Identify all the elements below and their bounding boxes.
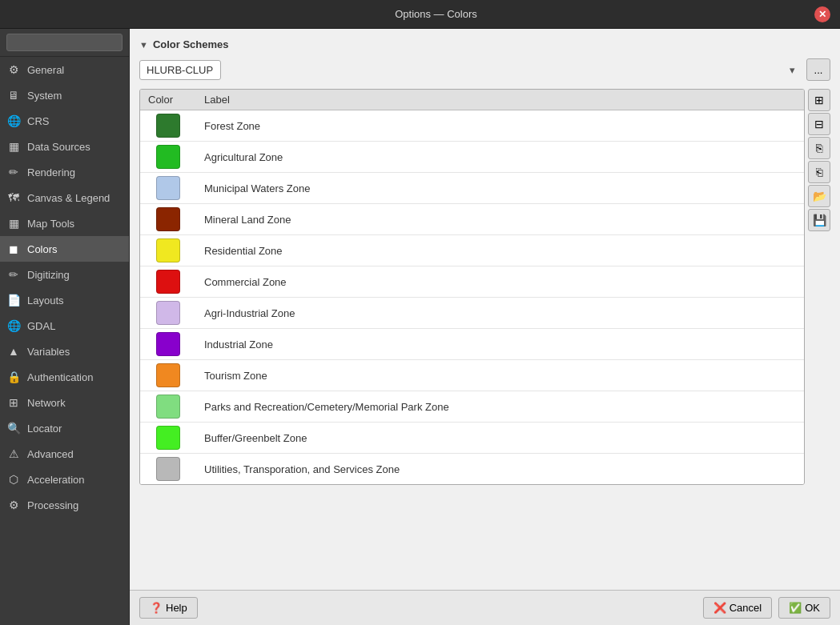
sidebar-item-acceleration[interactable]: ⬡Acceleration [0,467,129,492]
table-row[interactable]: Forest Zone [140,110,804,142]
colors-icon: ◼ [6,242,21,256]
sidebar-item-data-sources[interactable]: ▦Data Sources [0,134,129,159]
label-cell: Residential Zone [196,240,804,262]
sidebar-item-advanced[interactable]: ⚠Advanced [0,441,129,467]
sidebar-item-general[interactable]: ⚙General [0,57,129,82]
sidebar-item-digitizing[interactable]: ✏Digitizing [0,262,129,287]
color-table: Color Label Forest ZoneAgricultural Zone… [139,89,805,485]
canvas-legend-icon: 🗺 [6,190,21,205]
title-bar: Options — Colors ✕ [0,0,840,29]
sidebar-item-map-tools[interactable]: ▦Map Tools [0,210,129,236]
scheme-row: HLURB-CLUP ... [139,58,830,81]
data-sources-icon: ▦ [6,139,21,154]
map-tools-icon: ▦ [6,216,21,230]
crs-icon: 🌐 [6,114,21,128]
color-swatch[interactable] [156,114,180,138]
rendering-icon: ✏ [6,165,21,179]
close-button[interactable]: ✕ [814,6,830,22]
color-swatch[interactable] [156,270,180,294]
save-button[interactable]: 💾 [808,209,830,231]
cancel-icon: ❌ [713,602,726,614]
paste-button[interactable]: ⎗ [808,161,830,183]
table-row[interactable]: Residential Zone [140,235,804,266]
sidebar-item-processing[interactable]: ⚙Processing [0,492,129,518]
variables-icon: ▲ [6,344,21,359]
help-button[interactable]: ❓ Help [139,597,198,619]
dialog: Options — Colors ✕ ⚙General🖥System🌐CRS▦D… [0,0,840,625]
open-file-button[interactable]: 📂 [808,185,830,207]
col-header-color: Color [140,90,196,110]
ok-button[interactable]: ✅ OK [778,597,830,619]
color-cell [140,360,196,391]
color-swatch[interactable] [156,363,180,387]
label-cell: Forest Zone [196,115,804,137]
sidebar-item-network[interactable]: ⊞Network [0,390,129,415]
sidebar-item-rendering[interactable]: ✏Rendering [0,159,129,185]
sidebar-item-colors[interactable]: ◼Colors [0,236,129,262]
color-swatch[interactable] [156,238,180,262]
sidebar-item-label-general: General [27,64,64,76]
network-icon: ⊞ [6,395,21,410]
color-swatch[interactable] [156,457,180,481]
color-swatch[interactable] [156,301,180,325]
sidebar-item-crs[interactable]: 🌐CRS [0,108,129,134]
table-row[interactable]: Buffer/Greenbelt Zone [140,423,804,454]
add-row-button[interactable]: ⊞ [808,89,830,111]
sidebar-item-system[interactable]: 🖥System [0,82,129,108]
table-row[interactable]: Municipal Waters Zone [140,173,804,204]
label-cell: Agri-Industrial Zone [196,302,804,324]
sidebar-item-label-processing: Processing [27,499,78,511]
table-row[interactable]: Utilities, Transporation, and Services Z… [140,454,804,484]
label-cell: Agricultural Zone [196,146,804,168]
cancel-button[interactable]: ❌ Cancel [703,597,772,619]
search-input[interactable] [6,34,123,51]
scheme-more-button[interactable]: ... [806,58,830,81]
help-icon: ❓ [150,602,163,614]
color-swatch[interactable] [156,176,180,200]
general-icon: ⚙ [6,62,21,77]
sidebar-item-label-advanced: Advanced [27,448,74,460]
color-swatch[interactable] [156,207,180,231]
label-cell: Municipal Waters Zone [196,178,804,199]
action-buttons: ⊞ ⊟ ⎘ ⎗ 📂 💾 [808,89,830,485]
remove-row-button[interactable]: ⊟ [808,113,830,135]
color-cell [140,329,196,359]
sidebar-item-label-authentication: Authentication [27,371,93,383]
sidebar-item-variables[interactable]: ▲Variables [0,339,129,364]
color-swatch[interactable] [156,426,180,450]
table-row[interactable]: Parks and Recreation/Cemetery/Memorial P… [140,391,804,423]
table-row[interactable]: Agri-Industrial Zone [140,298,804,329]
sidebar-item-label-variables: Variables [27,346,70,358]
sidebar-items-container: ⚙General🖥System🌐CRS▦Data Sources✏Renderi… [0,57,129,518]
advanced-icon: ⚠ [6,447,21,461]
layouts-icon: 📄 [6,293,21,307]
scheme-select[interactable]: HLURB-CLUP [139,60,221,80]
color-swatch[interactable] [156,395,180,419]
content-inner: ▼ Color Schemes HLURB-CLUP ... [130,29,840,590]
sidebar-item-gdal[interactable]: 🌐GDAL [0,313,129,339]
scheme-select-wrapper: HLURB-CLUP [139,60,802,80]
table-row[interactable]: Commercial Zone [140,266,804,298]
sidebar-item-label-acceleration: Acceleration [27,474,85,486]
table-row[interactable]: Tourism Zone [140,360,804,391]
search-box [0,29,129,57]
color-cell [140,110,196,141]
sidebar-item-authentication[interactable]: 🔒Authentication [0,364,129,390]
color-swatch[interactable] [156,145,180,169]
table-row[interactable]: Industrial Zone [140,329,804,360]
acceleration-icon: ⬡ [6,472,21,487]
table-row[interactable]: Agricultural Zone [140,142,804,173]
sidebar-item-locator[interactable]: 🔍Locator [0,415,129,441]
color-cell [140,423,196,453]
copy-button[interactable]: ⎘ [808,137,830,159]
cancel-label: Cancel [729,602,762,614]
sidebar-item-layouts[interactable]: 📄Layouts [0,287,129,313]
sidebar-item-label-data-sources: Data Sources [27,141,90,153]
color-table-container: Color Label Forest ZoneAgricultural Zone… [139,89,830,485]
sidebar-item-label-rendering: Rendering [27,166,75,178]
label-cell: Industrial Zone [196,334,804,355]
system-icon: 🖥 [6,88,21,102]
table-row[interactable]: Mineral Land Zone [140,204,804,235]
color-swatch[interactable] [156,332,180,356]
sidebar-item-canvas-legend[interactable]: 🗺Canvas & Legend [0,185,129,210]
